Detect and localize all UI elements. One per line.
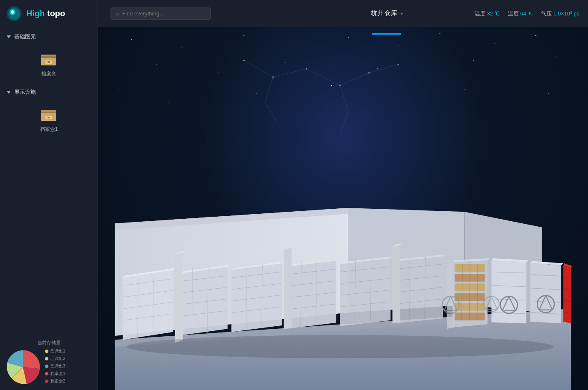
svg-marker-58 [177,267,228,336]
search-icon: ⌕ [116,11,119,17]
legend-item-1: 己调出1 [45,348,94,354]
svg-point-36 [548,93,549,94]
svg-point-16 [244,35,244,36]
logo-text: High topo [26,9,65,18]
chart-title: 当前存储量 [4,340,94,346]
svg-point-34 [410,98,411,98]
header-search: ⌕ [98,8,299,20]
svg-point-35 [465,89,465,90]
app-header: High topo ⌕ 杭州仓库 ▾ 温度 32 ℃ 温度 64 % 气压 1.… [0,0,588,27]
svg-marker-125 [530,263,561,323]
chart-legend: 己调出1 己调出2 己调出3 档案盒1 档案盒2 [42,348,94,386]
legend-item-4: 档案盒1 [45,371,94,377]
header-stats: 温度 32 ℃ 温度 64 % 气压 1.0×10⁵ pa [475,10,588,18]
svg-point-26 [285,62,286,62]
viewport-background [98,27,588,390]
svg-point-27 [377,68,378,69]
search-input[interactable] [122,10,197,17]
svg-point-38 [272,76,274,78]
svg-point-32 [256,93,257,94]
sidebar-item-archive-box-1[interactable]: 档案盒1 [0,102,98,138]
svg-point-14 [131,39,132,40]
svg-marker-102 [392,245,400,323]
sidebar-item-archive-box[interactable]: 档案盒 [0,46,98,82]
archive-box-1-label: 档案盒1 [40,126,58,133]
svg-point-29 [515,77,515,78]
expand-icon [7,35,11,38]
header-title-area: 杭州仓库 ▾ [299,9,475,18]
svg-point-39 [306,68,307,70]
stat-temperature: 温度 32 ℃ [475,10,500,18]
svg-point-15 [181,48,182,48]
legend-label-1: 己调出1 [50,348,65,354]
search-box[interactable]: ⌕ [111,8,211,20]
legend-item-5: 档案盒2 [45,378,94,384]
legend-item-2: 己调出2 [45,356,94,362]
svg-point-18 [348,37,349,38]
svg-marker-115 [491,260,526,323]
archive-box-icon [40,51,57,68]
legend-dot-5 [45,380,48,383]
svg-point-3 [11,10,14,14]
svg-marker-135 [563,265,571,323]
svg-point-21 [494,43,495,44]
title-underline [372,33,401,35]
svg-point-31 [168,102,169,102]
svg-marker-82 [340,258,391,326]
svg-point-41 [368,72,370,74]
svg-point-33 [331,85,332,86]
main-viewport[interactable] [98,27,588,390]
dropdown-icon[interactable]: ▾ [401,11,403,16]
svg-point-150 [127,335,554,358]
legend-label-5: 档案盒2 [50,378,65,384]
warehouse-scene [98,107,588,390]
svg-marker-66 [231,263,282,332]
svg-point-24 [156,64,157,65]
chart-container: 己调出1 己调出2 己调出3 档案盒1 档案盒2 [4,348,94,386]
legend-label-4: 档案盒1 [50,371,65,377]
sidebar-section-display[interactable]: 展示设施 [0,82,98,102]
svg-marker-141 [447,262,455,329]
svg-point-30 [118,89,119,90]
sidebar-section-basic[interactable]: 基础图元 [0,27,98,46]
legend-label-3: 己调出3 [50,363,65,369]
svg-rect-12 [48,117,50,118]
sidebar-section-display-label: 展示设施 [14,88,36,96]
archive-box-1-icon [40,107,57,123]
legend-dot-1 [45,350,48,353]
legend-dot-4 [45,372,48,375]
pie-chart [4,348,42,386]
svg-point-22 [535,35,537,36]
svg-marker-74 [286,260,336,329]
svg-marker-98 [175,252,183,343]
sidebar-section-basic-label: 基础图元 [14,33,36,40]
stat-humidity: 温度 64 % [508,10,533,18]
sidebar: 基础图元 档案盒 展示设施 档案盒1 当前存储量 [0,27,98,390]
logo-icon [6,6,22,22]
legend-item-3: 己调出3 [45,363,94,369]
archive-box-label: 档案盒 [41,70,56,78]
page-title: 杭州仓库 [371,9,397,18]
svg-marker-50 [123,270,173,340]
svg-point-20 [440,33,440,34]
svg-point-28 [473,60,474,61]
stat-pressure: 气压 1.0×10⁵ pa [541,10,580,18]
svg-point-42 [397,64,399,65]
svg-point-17 [298,52,298,52]
svg-point-23 [556,56,557,56]
svg-rect-13 [41,110,56,112]
legend-dot-2 [45,357,48,360]
svg-rect-8 [41,55,56,56]
sidebar-chart: 当前存储量 己调出1 [0,335,98,390]
legend-label-2: 己调出2 [50,356,65,362]
legend-dot-3 [45,365,48,368]
svg-marker-100 [284,248,292,329]
svg-rect-111 [455,312,485,320]
svg-point-25 [219,72,219,73]
svg-point-37 [243,60,245,61]
svg-rect-107 [455,274,485,282]
svg-point-19 [398,45,399,46]
logo-area: High topo [0,0,98,27]
svg-rect-106 [455,264,485,272]
svg-rect-7 [48,61,50,63]
